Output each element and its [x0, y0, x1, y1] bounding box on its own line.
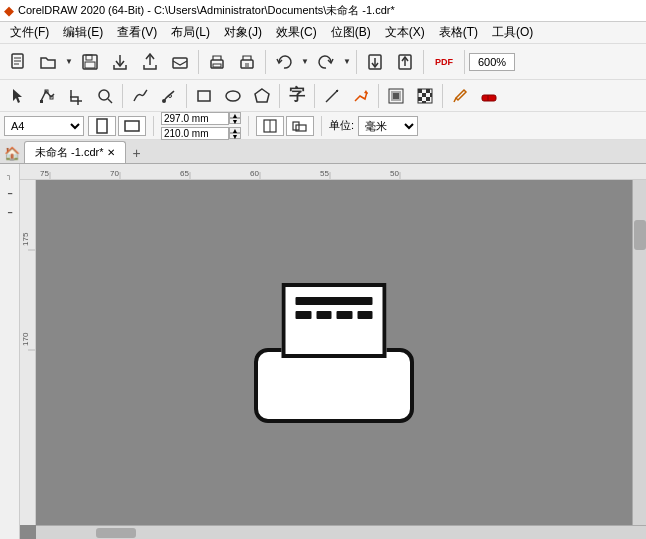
portrait-button[interactable]	[88, 116, 116, 136]
scrollbar-vertical[interactable]	[632, 180, 646, 525]
line-tool[interactable]	[318, 82, 346, 110]
left-toolbar: ┐ ━ ━	[0, 164, 20, 539]
unit-select[interactable]: 毫米	[358, 116, 418, 136]
svg-point-23	[99, 90, 109, 100]
canvas-drawing	[254, 283, 414, 423]
rectangle-tool[interactable]	[190, 82, 218, 110]
unit-label: 单位:	[329, 118, 354, 133]
save-button[interactable]	[76, 48, 104, 76]
import-down-button[interactable]	[361, 48, 389, 76]
svg-rect-41	[418, 97, 422, 101]
redo-dropdown[interactable]: ▼	[342, 48, 352, 76]
svg-rect-20	[40, 100, 43, 103]
undo-dropdown[interactable]: ▼	[300, 48, 310, 76]
menu-object[interactable]: 对象(J)	[218, 22, 268, 43]
connector-tool[interactable]	[347, 82, 375, 110]
svg-rect-45	[482, 95, 496, 101]
svg-marker-19	[13, 89, 22, 103]
menu-view[interactable]: 查看(V)	[111, 22, 163, 43]
title-bar-text: CorelDRAW 2020 (64-Bit) - C:\Users\Admin…	[18, 3, 395, 18]
landscape-button[interactable]	[118, 116, 146, 136]
svg-text:50: 50	[390, 169, 399, 178]
paper-line-1	[296, 297, 373, 305]
svg-text:65: 65	[180, 169, 189, 178]
svg-line-30	[326, 90, 338, 102]
menu-edit[interactable]: 编辑(E)	[57, 22, 109, 43]
eraser-tool[interactable]	[475, 82, 503, 110]
tab-close-icon[interactable]: ✕	[107, 147, 115, 158]
paper-shape	[282, 283, 387, 358]
menu-text[interactable]: 文本(X)	[379, 22, 431, 43]
text-tool[interactable]: 字	[283, 82, 311, 110]
menu-bitmap[interactable]: 位图(B)	[325, 22, 377, 43]
add-tab-button[interactable]: +	[126, 143, 146, 163]
smart-fill-tool[interactable]	[382, 82, 410, 110]
zoom-level[interactable]: 600%	[469, 53, 515, 71]
svg-text:75: 75	[40, 169, 49, 178]
svg-rect-47	[97, 119, 107, 133]
svg-rect-27	[198, 91, 210, 101]
height-input[interactable]	[161, 127, 229, 140]
pdf-button[interactable]: PDF	[428, 48, 460, 76]
paper-block-1	[296, 311, 312, 319]
eyedropper-tool[interactable]	[446, 82, 474, 110]
menu-table[interactable]: 表格(T)	[433, 22, 484, 43]
crop-tool[interactable]	[62, 82, 90, 110]
main-toolbar: ▼ ▼ ▼ PDF 600%	[0, 44, 646, 80]
scrollbar-horizontal[interactable]	[36, 525, 646, 539]
property-bar: A4 ▲ ▼ ▲ ▼	[0, 112, 646, 140]
app-icon: ◆	[4, 3, 14, 18]
print-preview-button[interactable]	[233, 48, 261, 76]
render-style-btn[interactable]	[256, 116, 284, 136]
width-down[interactable]: ▼	[229, 118, 241, 124]
menu-tools[interactable]: 工具(O)	[486, 22, 539, 43]
svg-rect-40	[430, 93, 432, 97]
export-up-button[interactable]	[391, 48, 419, 76]
zoom-tool[interactable]	[91, 82, 119, 110]
ruler-left: 175 170	[20, 180, 36, 525]
pen-tool[interactable]	[155, 82, 183, 110]
select-tool[interactable]	[4, 82, 32, 110]
node-tool[interactable]	[33, 82, 61, 110]
menu-file[interactable]: 文件(F)	[4, 22, 55, 43]
tab-label: 未命名 -1.cdr*	[35, 145, 103, 160]
menu-effects[interactable]: 效果(C)	[270, 22, 323, 43]
export-button[interactable]	[136, 48, 164, 76]
menu-bar: 文件(F) 编辑(E) 查看(V) 布局(L) 对象(J) 效果(C) 位图(B…	[0, 22, 646, 44]
paper-block-2	[316, 311, 332, 319]
svg-marker-29	[255, 89, 269, 102]
svg-rect-37	[418, 89, 422, 93]
main-area: ┐ ━ ━ 75 70 65 60 55 50	[0, 164, 646, 539]
height-down[interactable]: ▼	[229, 133, 241, 139]
undo-button[interactable]	[270, 48, 298, 76]
page-size-select[interactable]: A4	[4, 116, 84, 136]
svg-rect-35	[393, 93, 399, 99]
canvas-area	[36, 180, 632, 525]
print-button[interactable]	[203, 48, 231, 76]
ellipse-tool[interactable]	[219, 82, 247, 110]
polygon-tool[interactable]	[248, 82, 276, 110]
menu-layout[interactable]: 布局(L)	[165, 22, 216, 43]
svg-rect-42	[426, 97, 430, 101]
svg-text:60: 60	[250, 169, 259, 178]
svg-text:175: 175	[21, 232, 30, 246]
svg-text:55: 55	[320, 169, 329, 178]
canvas-inner: 175 170	[20, 180, 646, 525]
document-tab-1[interactable]: 未命名 -1.cdr* ✕	[24, 141, 126, 163]
mesh-fill-tool[interactable]	[411, 82, 439, 110]
new-button[interactable]	[4, 48, 32, 76]
freehand-tool[interactable]	[126, 82, 154, 110]
open-dropdown[interactable]: ▼	[64, 48, 74, 76]
publish-button[interactable]	[166, 48, 194, 76]
import-button[interactable]	[106, 48, 134, 76]
canvas-wrap: 75 70 65 60 55 50	[20, 164, 646, 539]
ruler-top-inner: 75 70 65 60 55 50	[20, 164, 646, 179]
width-input[interactable]	[161, 112, 229, 125]
redo-button[interactable]	[312, 48, 340, 76]
layout-view-btn[interactable]	[286, 116, 314, 136]
svg-line-44	[454, 98, 456, 102]
open-button[interactable]	[34, 48, 62, 76]
svg-text:70: 70	[110, 169, 119, 178]
home-icon: 🏠	[4, 146, 20, 163]
tab-bar: 🏠 未命名 -1.cdr* ✕ +	[0, 140, 646, 164]
